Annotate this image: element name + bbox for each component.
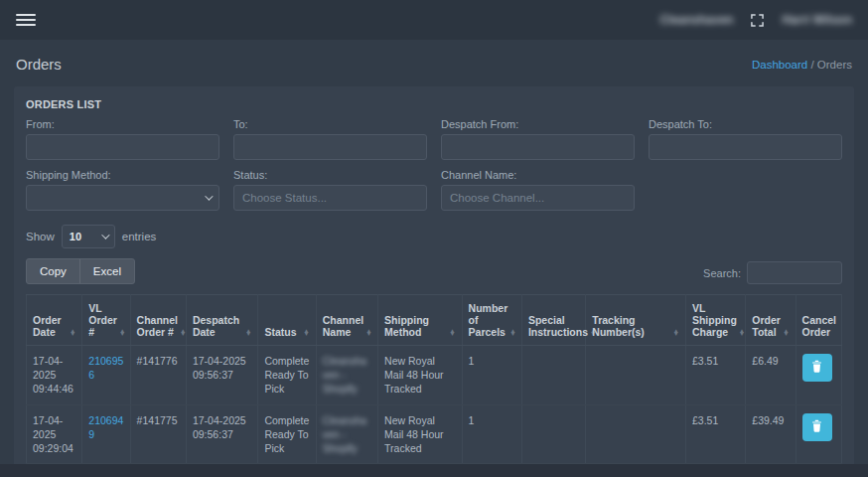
cell-order-total: £6.49 <box>746 346 796 405</box>
sort-icon: ▲▼ <box>449 329 455 338</box>
menu-icon[interactable] <box>16 14 36 26</box>
sort-icon: ▲▼ <box>119 329 125 338</box>
orders-list-card: ORDERS LIST From: To: Despatch From: Des… <box>14 86 854 477</box>
breadcrumb-separator: / <box>807 59 817 71</box>
sort-icon: ▲▼ <box>673 329 679 338</box>
vl-order-link[interactable]: 2106949 <box>88 414 123 440</box>
excel-button[interactable]: Excel <box>79 259 134 283</box>
cell-parcels: 1 <box>462 404 521 464</box>
cell-despatch-date: 17-04-2025 09:56:37 <box>186 404 257 464</box>
cell-tracking-numbers <box>586 404 686 464</box>
chevron-down-icon <box>101 231 109 238</box>
breadcrumb: Dashboard / Orders <box>752 59 852 71</box>
col-tracking-numbers[interactable]: Tracking Number(s)▲▼ <box>586 295 686 346</box>
cell-channel-name: Cleanshaven - Shopify <box>316 346 377 405</box>
shipping-method-label: Shipping Method: <box>26 169 219 181</box>
fullscreen-icon[interactable] <box>751 14 764 27</box>
chevron-down-icon <box>205 192 213 200</box>
show-label: Show <box>26 231 55 242</box>
col-number-parcels[interactable]: Number of Parcels▲▼ <box>462 295 521 346</box>
cell-order-total: £39.49 <box>746 404 796 464</box>
search-label: Search: <box>703 267 741 279</box>
cancel-order-button[interactable] <box>802 413 832 441</box>
cell-vl-order: 2106956 <box>82 346 130 405</box>
table-row: 17-04-2025 09:44:462106956#14177617-04-2… <box>27 346 842 405</box>
col-order-total[interactable]: Order Total▲▼ <box>746 295 796 346</box>
breadcrumb-current: Orders <box>817 59 852 71</box>
trash-icon <box>811 419 822 435</box>
sort-icon: ▲▼ <box>70 329 75 338</box>
sort-icon: ▲▼ <box>509 329 515 338</box>
col-despatch-date[interactable]: Despatch Date▲▼ <box>186 295 257 346</box>
breadcrumb-dashboard-link[interactable]: Dashboard <box>752 59 807 71</box>
sort-icon: ▲▼ <box>739 329 745 338</box>
top-navbar: Cleanshaven Harri Wilson <box>0 0 868 40</box>
channel-name-redacted: Cleanshaven - Shopify <box>323 355 366 395</box>
table-header-row: Order Date▲▼ VL Order #▲▼ Channel Order … <box>27 295 842 346</box>
orders-table: Order Date▲▼ VL Order #▲▼ Channel Order … <box>26 294 842 477</box>
sort-icon: ▲▼ <box>303 329 309 338</box>
cell-shipping-method: New Royal Mail 48 Hour Tracked <box>378 404 463 464</box>
col-status[interactable]: Status▲▼ <box>258 295 316 346</box>
col-vl-shipping-charge[interactable]: VL Shipping Charge▲▼ <box>685 295 745 346</box>
cell-parcels: 1 <box>462 346 521 405</box>
cell-despatch-date: 17-04-2025 09:56:37 <box>186 346 257 405</box>
cell-special-instructions <box>521 346 585 405</box>
cell-vl-order: 2106949 <box>82 404 130 464</box>
col-cancel-order: Cancel Order <box>796 295 841 346</box>
channel-name-redacted: Cleanshaven - Shopify <box>323 414 366 454</box>
shipping-method-select[interactable] <box>26 185 219 211</box>
sort-icon: ▲▼ <box>245 329 251 338</box>
col-channel-name[interactable]: Channel Name▲▼ <box>316 295 377 346</box>
card-heading: ORDERS LIST <box>26 98 842 110</box>
to-date-input[interactable] <box>233 134 427 160</box>
sort-icon: ▲▼ <box>365 329 371 338</box>
cell-tracking-numbers <box>586 346 686 405</box>
channel-name-input[interactable] <box>441 185 635 211</box>
col-channel-order[interactable]: Channel Order #▲▼ <box>130 295 186 346</box>
cell-channel-order: #141776 <box>130 346 186 405</box>
col-shipping-method[interactable]: Shipping Method▲▼ <box>378 295 463 346</box>
to-label: To: <box>233 118 427 130</box>
cell-shipping-method: New Royal Mail 48 Hour Tracked <box>378 346 463 405</box>
from-date-input[interactable] <box>26 134 219 160</box>
store-name-link[interactable]: Cleanshaven <box>659 13 733 27</box>
status-input[interactable] <box>233 185 427 211</box>
search-input[interactable] <box>747 261 842 284</box>
despatch-from-label: Despatch From: <box>441 118 635 130</box>
orders-page: Cleanshaven Harri Wilson Orders Dashboar… <box>0 0 868 477</box>
channel-name-label: Channel Name: <box>441 169 635 181</box>
cancel-order-button[interactable] <box>802 354 832 382</box>
col-order-date[interactable]: Order Date▲▼ <box>27 295 82 346</box>
copy-button[interactable]: Copy <box>27 259 79 283</box>
col-special-instructions[interactable]: Special Instructions▲▼ <box>521 295 585 346</box>
entries-label: entries <box>122 231 157 242</box>
cell-cancel-order <box>796 404 841 464</box>
from-label: From: <box>26 118 219 130</box>
cell-vl-shipping-charge: £3.51 <box>685 404 745 464</box>
table-row: 17-04-2025 09:29:042106949#14177517-04-2… <box>27 404 842 464</box>
cell-cancel-order <box>796 346 841 405</box>
cell-status: Complete Ready To Pick <box>258 346 316 405</box>
export-button-group: Copy Excel <box>26 258 135 284</box>
entries-select[interactable]: 10 <box>62 225 115 248</box>
trash-icon <box>811 360 822 376</box>
sort-icon: ▲▼ <box>783 329 789 338</box>
cell-status: Complete Ready To Pick <box>258 404 316 464</box>
page-title: Orders <box>16 56 62 73</box>
despatch-from-input[interactable] <box>441 134 635 160</box>
sort-icon: ▲▼ <box>180 329 186 338</box>
cell-vl-shipping-charge: £3.51 <box>685 346 745 405</box>
col-vl-order[interactable]: VL Order #▲▼ <box>82 295 130 346</box>
despatch-to-label: Despatch To: <box>649 118 842 130</box>
cell-channel-name: Cleanshaven - Shopify <box>316 404 377 464</box>
user-menu-link[interactable]: Harri Wilson <box>782 13 852 27</box>
cutoff-strip <box>0 464 868 477</box>
status-label: Status: <box>233 169 427 181</box>
cell-order-date: 17-04-2025 09:44:46 <box>27 346 82 405</box>
cell-order-date: 17-04-2025 09:29:04 <box>27 404 82 464</box>
despatch-to-input[interactable] <box>649 134 842 160</box>
vl-order-link[interactable]: 2106956 <box>88 355 123 381</box>
cell-channel-order: #141775 <box>130 404 186 464</box>
cell-special-instructions <box>521 404 585 464</box>
